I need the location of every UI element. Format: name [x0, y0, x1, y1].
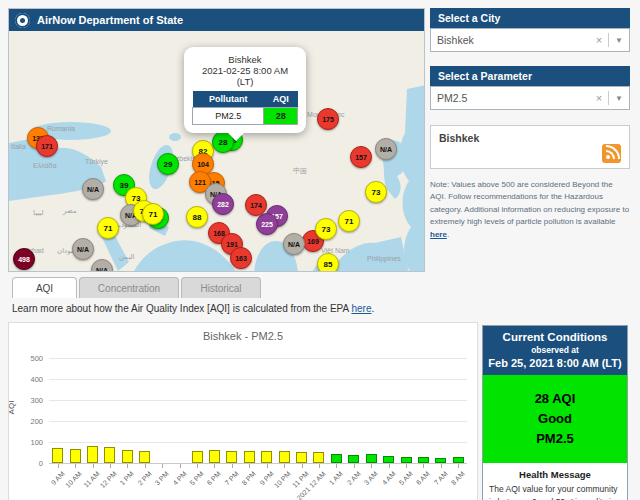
aqi-map[interactable]: RomaniaItaliaΕλλάδαTürkiyeO'zbekistonМон… [9, 31, 424, 271]
aqi-marker[interactable]: 174 [245, 194, 267, 216]
chart-bar[interactable] [418, 457, 429, 463]
current-conditions-header: Current Conditions observed at Feb 25, 2… [483, 326, 627, 375]
aqi-marker[interactable]: N/A [72, 238, 94, 260]
aqi-marker[interactable]: 88 [186, 206, 208, 228]
note-here-link[interactable]: here [430, 230, 447, 239]
chart-bar[interactable] [87, 446, 98, 463]
chart-x-tick-label: 7 PM [223, 470, 240, 487]
popup-col-aqi: AQI [264, 91, 298, 108]
chart-bar[interactable] [296, 452, 307, 463]
aqi-category: Good [487, 409, 623, 429]
aqi-value-block: 28 AQI Good PM2.5 [483, 375, 627, 463]
chart-bar[interactable] [331, 454, 342, 463]
chevron-down-icon[interactable]: ▼ [609, 94, 623, 103]
aqi-marker[interactable]: 157 [350, 146, 372, 168]
chart-x-tick-label: 1 AM [328, 470, 344, 486]
aqi-marker[interactable]: 71 [142, 203, 164, 225]
chart-x-tickmark [93, 464, 94, 468]
popup-pollutant-value: PM2.5 [193, 108, 264, 125]
aqi-marker[interactable]: 498 [13, 248, 35, 270]
chart-bar[interactable] [313, 452, 324, 463]
aqi-marker[interactable]: 175 [317, 108, 339, 130]
chart-x-tick-label: 7 AM [433, 470, 449, 486]
chart-title: Bishkek - PM2.5 [9, 330, 477, 342]
aqi-marker[interactable]: 71 [338, 210, 360, 232]
city-clear-icon[interactable]: × [590, 34, 608, 46]
chart-x-tick-label: 8 PM [241, 470, 258, 487]
aqi-marker[interactable]: N/A [375, 138, 397, 160]
sidebar: Select a City Bishkek × ▼ Select a Param… [430, 8, 630, 241]
aqi-marker[interactable]: 29 [157, 153, 179, 175]
rss-icon[interactable] [602, 144, 621, 163]
observed-at-label: observed at [487, 345, 623, 355]
chart-bar[interactable] [261, 451, 272, 463]
aqi-marker[interactable]: 225 [256, 213, 278, 235]
aqi-marker[interactable]: 85 [317, 253, 339, 271]
chart-x-tickmark [354, 464, 355, 468]
chart-bar[interactable] [122, 450, 133, 463]
tab-aqi[interactable]: AQI [12, 277, 77, 298]
chart-bar[interactable] [279, 451, 290, 463]
chart-bar[interactable] [453, 457, 464, 463]
popup-datetime: 2021-02-25 8:00 AM [192, 65, 298, 76]
chart-y-axis-label: AQI [7, 401, 16, 415]
chart-x-tick-label: 3 PM [154, 470, 171, 487]
chart-bar[interactable] [192, 451, 203, 463]
chart-x-tickmark [284, 464, 285, 468]
chart-x-tickmark [267, 464, 268, 468]
chart-x-tick-label: 5 PM [188, 470, 205, 487]
aqi-marker[interactable]: N/A [283, 233, 305, 255]
chart-x-tickmark [441, 464, 442, 468]
chart-x-tickmark [458, 464, 459, 468]
chart-bar[interactable] [401, 457, 412, 463]
chart-bar[interactable] [226, 451, 237, 463]
chart-x-tickmark [127, 464, 128, 468]
aqi-marker[interactable]: N/A [82, 178, 104, 200]
page: AirNow Department of State [0, 0, 640, 500]
chart-x-tickmark [232, 464, 233, 468]
epa-here-link[interactable]: here [351, 303, 371, 314]
parameter-clear-icon[interactable]: × [590, 92, 608, 104]
chart-bar[interactable] [70, 449, 81, 463]
map-panel: AirNow Department of State [8, 8, 425, 272]
chart-bar[interactable] [104, 447, 115, 463]
aqi-chart: Bishkek - PM2.5 AQI 01002003004005009 AM… [8, 322, 478, 500]
aqi-value: 28 AQI [487, 389, 623, 409]
chart-bar[interactable] [244, 451, 255, 463]
chart-x-tick-label: 10 PM [273, 470, 292, 489]
tab-concentration[interactable]: Concentration [79, 277, 179, 298]
chart-x-axis [49, 463, 467, 464]
chart-bar[interactable] [435, 458, 446, 463]
chart-bar[interactable] [383, 456, 394, 463]
dos-seal-icon [15, 13, 30, 28]
chart-gridline [49, 358, 467, 359]
parameter-select[interactable]: PM2.5 × ▼ [430, 86, 630, 110]
aqi-marker[interactable]: 282 [212, 193, 234, 215]
aqi-marker[interactable]: 171 [36, 135, 58, 157]
chevron-down-icon[interactable]: ▼ [609, 36, 623, 45]
aqi-marker[interactable]: 163 [230, 247, 252, 269]
aqi-marker[interactable]: 71 [97, 217, 119, 239]
chart-y-tick: 100 [19, 438, 43, 447]
chart-bar[interactable] [209, 450, 220, 463]
aqi-marker[interactable]: 73 [365, 181, 387, 203]
health-message-header: Health Message [483, 469, 627, 480]
tab-historical[interactable]: Historical [181, 277, 261, 298]
aqi-marker[interactable]: 73 [315, 218, 337, 240]
map-place-label: Türkiye [85, 158, 108, 165]
chart-bar[interactable] [366, 454, 377, 463]
chart-bar[interactable] [52, 448, 63, 463]
city-select[interactable]: Bishkek × ▼ [430, 28, 630, 52]
chart-x-tick-label: 6 AM [415, 470, 431, 486]
chart-y-tick: 0 [19, 459, 43, 468]
popup-col-pollutant: Pollutant [193, 91, 264, 108]
beyond-aqi-note: Note: Values above 500 are considered Be… [430, 179, 630, 241]
popup-lt: (LT) [192, 76, 298, 87]
chart-bar[interactable] [348, 455, 359, 463]
learn-more-suffix: . [371, 303, 374, 314]
chart-x-tickmark [406, 464, 407, 468]
current-conditions-panel: Current Conditions observed at Feb 25, 2… [482, 325, 628, 500]
chart-x-tickmark [319, 464, 320, 468]
chart-bar[interactable] [139, 451, 150, 463]
map-popup: Bishkek 2021-02-25 8:00 AM (LT) Pollutan… [184, 47, 306, 133]
